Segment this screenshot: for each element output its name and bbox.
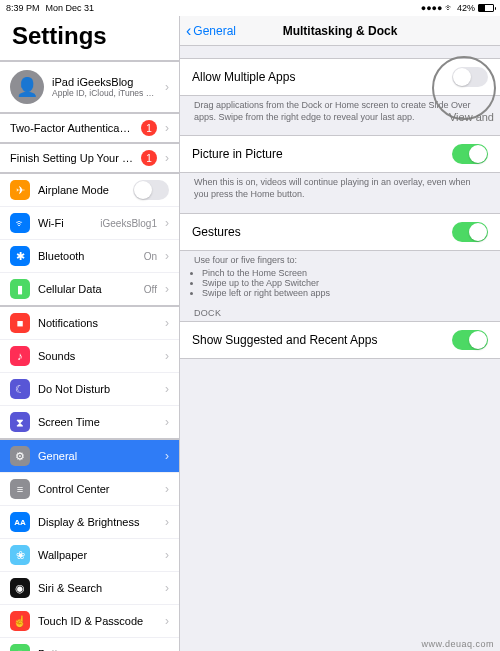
sounds-label: Sounds — [38, 350, 157, 362]
wifi-label: Wi-Fi — [38, 217, 92, 229]
cellular-row[interactable]: ▮ Cellular Data Off › — [0, 273, 179, 305]
chevron-right-icon: › — [165, 647, 169, 651]
gesture-bullet: Pinch to the Home Screen — [202, 268, 486, 278]
moon-icon: ☾ — [10, 379, 30, 399]
wallpaper-label: Wallpaper — [38, 549, 157, 561]
chevron-right-icon: › — [165, 249, 169, 263]
wifi-icon: ᯤ — [10, 213, 30, 233]
siri-row[interactable]: ◉ Siri & Search › — [0, 572, 179, 605]
bluetooth-icon: ✱ — [10, 246, 30, 266]
chevron-right-icon: › — [165, 316, 169, 330]
general-row[interactable]: ⚙ General › — [0, 440, 179, 473]
allow-multiple-apps-switch[interactable] — [452, 67, 488, 87]
display-icon: AA — [10, 512, 30, 532]
wifi-row[interactable]: ᯤ Wi-Fi iGeeksBlog1 › — [0, 207, 179, 240]
display-row[interactable]: AA Display & Brightness › — [0, 506, 179, 539]
battery-row[interactable]: ▮ Battery › — [0, 638, 179, 651]
gestures-bullets: Pinch to the Home Screen Swipe up to the… — [180, 266, 500, 298]
recent-apps-row[interactable]: Show Suggested and Recent Apps — [180, 322, 500, 358]
status-bar: 8:39 PM Mon Dec 31 ●●●● ᯤ 42% — [0, 0, 500, 16]
screentime-label: Screen Time — [38, 416, 157, 428]
finish-setup-row[interactable]: Finish Setting Up Your iPad 1 › — [0, 144, 179, 172]
recent-apps-switch[interactable] — [452, 330, 488, 350]
sidebar-title: Settings — [0, 16, 179, 61]
chevron-right-icon: › — [165, 515, 169, 529]
pip-label: Picture in Picture — [192, 147, 452, 161]
account-row[interactable]: 👤 iPad iGeeksBlog Apple ID, iCloud, iTun… — [0, 62, 179, 112]
touchid-label: Touch ID & Passcode — [38, 615, 157, 627]
pip-footer: When this is on, videos will continue pl… — [180, 173, 500, 200]
allow-multiple-apps-row[interactable]: Allow Multiple Apps — [180, 59, 500, 95]
airplane-mode-row[interactable]: ✈ Airplane Mode — [0, 174, 179, 207]
wifi-icon: ●●●● ᯤ — [421, 3, 454, 13]
two-factor-label: Two-Factor Authentication — [10, 122, 133, 134]
badge-icon: 1 — [141, 120, 157, 136]
battery-pct: 42% — [457, 3, 475, 13]
airplane-label: Airplane Mode — [38, 184, 125, 196]
account-subtitle: Apple ID, iCloud, iTunes & App St… — [52, 88, 157, 98]
pip-switch[interactable] — [452, 144, 488, 164]
gestures-switch[interactable] — [452, 222, 488, 242]
detail-pane: ‹ General Multitasking & Dock Allow Mult… — [180, 16, 500, 651]
touchid-row[interactable]: ☝ Touch ID & Passcode › — [0, 605, 179, 638]
chevron-right-icon: › — [165, 151, 169, 165]
nav-bar: ‹ General Multitasking & Dock — [180, 16, 500, 46]
screentime-row[interactable]: ⧗ Screen Time › — [0, 406, 179, 438]
chevron-right-icon: › — [165, 121, 169, 135]
gesture-bullet: Swipe up to the App Switcher — [202, 278, 486, 288]
control-center-row[interactable]: ≡ Control Center › — [0, 473, 179, 506]
sounds-icon: ♪ — [10, 346, 30, 366]
page-title: Multitasking & Dock — [283, 24, 398, 38]
dock-section-header: Dock — [180, 298, 500, 321]
notifications-row[interactable]: ■ Notifications › — [0, 307, 179, 340]
chevron-right-icon: › — [165, 216, 169, 230]
back-button[interactable]: ‹ General — [186, 24, 236, 38]
cellular-value: Off — [144, 284, 157, 295]
status-date: Mon Dec 31 — [46, 3, 95, 13]
wifi-value: iGeeksBlog1 — [100, 218, 157, 229]
bluetooth-value: On — [144, 251, 157, 262]
annotation-view-and: View and — [449, 111, 494, 123]
bluetooth-row[interactable]: ✱ Bluetooth On › — [0, 240, 179, 273]
settings-sidebar: Settings 👤 iPad iGeeksBlog Apple ID, iCl… — [0, 16, 180, 651]
chevron-right-icon: › — [165, 349, 169, 363]
gesture-bullet: Swipe left or right between apps — [202, 288, 486, 298]
account-name: iPad iGeeksBlog — [52, 76, 157, 88]
siri-label: Siri & Search — [38, 582, 157, 594]
sounds-row[interactable]: ♪ Sounds › — [0, 340, 179, 373]
gear-icon: ⚙ — [10, 446, 30, 466]
chevron-right-icon: › — [165, 614, 169, 628]
two-factor-row[interactable]: Two-Factor Authentication 1 › — [0, 114, 179, 142]
chevron-right-icon: › — [165, 382, 169, 396]
chevron-right-icon: › — [165, 80, 169, 94]
finish-setup-label: Finish Setting Up Your iPad — [10, 152, 133, 164]
wallpaper-row[interactable]: ❀ Wallpaper › — [0, 539, 179, 572]
gestures-footer-lead: Use four or five fingers to: — [180, 251, 500, 267]
fingerprint-icon: ☝ — [10, 611, 30, 631]
control-center-label: Control Center — [38, 483, 157, 495]
airplane-icon: ✈ — [10, 180, 30, 200]
chevron-right-icon: › — [165, 482, 169, 496]
hourglass-icon: ⧗ — [10, 412, 30, 432]
pip-row[interactable]: Picture in Picture — [180, 136, 500, 172]
airplane-switch[interactable] — [133, 180, 169, 200]
dnd-row[interactable]: ☾ Do Not Disturb › — [0, 373, 179, 406]
chevron-right-icon: › — [165, 415, 169, 429]
allow-multiple-apps-label: Allow Multiple Apps — [192, 70, 452, 84]
recent-apps-label: Show Suggested and Recent Apps — [192, 333, 452, 347]
watermark: www.deuaq.com — [421, 639, 494, 649]
siri-icon: ◉ — [10, 578, 30, 598]
battery-icon: ▮ — [10, 644, 30, 651]
gestures-row[interactable]: Gestures — [180, 214, 500, 250]
status-time: 8:39 PM — [6, 3, 40, 13]
flower-icon: ❀ — [10, 545, 30, 565]
badge-icon: 1 — [141, 150, 157, 166]
avatar: 👤 — [10, 70, 44, 104]
chevron-right-icon: › — [165, 449, 169, 463]
general-label: General — [38, 450, 157, 462]
chevron-right-icon: › — [165, 548, 169, 562]
notifications-label: Notifications — [38, 317, 157, 329]
cellular-label: Cellular Data — [38, 283, 136, 295]
switches-icon: ≡ — [10, 479, 30, 499]
cellular-icon: ▮ — [10, 279, 30, 299]
